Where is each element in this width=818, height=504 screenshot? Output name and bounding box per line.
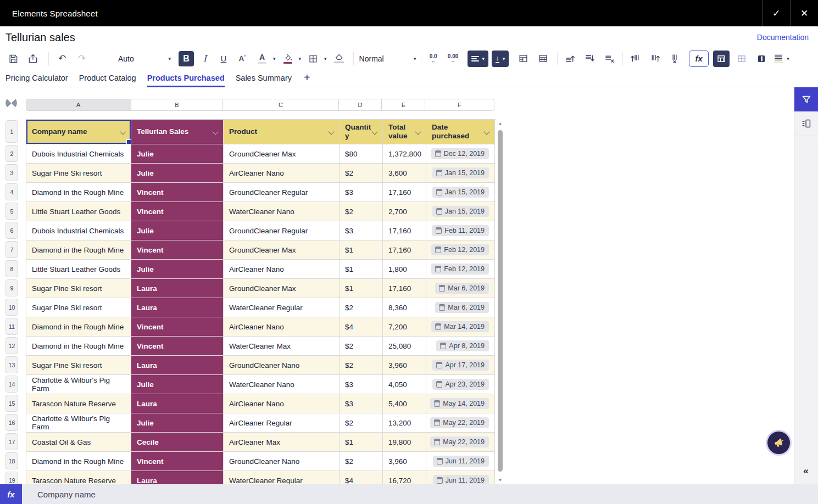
- underline-button[interactable]: U: [216, 51, 231, 66]
- unmerge-cells-button[interactable]: [535, 51, 550, 66]
- documentation-link[interactable]: Documentation: [757, 33, 809, 42]
- cell-salesperson[interactable]: Julie: [131, 413, 224, 433]
- cell-quantity[interactable]: $1: [340, 279, 383, 298]
- cell-total[interactable]: 17,160: [383, 240, 426, 260]
- cell-product[interactable]: WaterCleaner Nano: [224, 202, 340, 221]
- cell-company[interactable]: Tarascon Nature Reserve: [26, 394, 131, 413]
- cell-company[interactable]: Sugar Pine Ski resort: [26, 279, 131, 298]
- cell-company[interactable]: Sugar Pine Ski resort: [26, 164, 131, 183]
- cell-date[interactable]: Feb 12, 2019: [426, 260, 495, 279]
- font-color-button[interactable]: A: [254, 51, 270, 66]
- announcement-button[interactable]: [767, 432, 790, 454]
- fill-color-caret-icon[interactable]: ▾: [299, 56, 302, 61]
- insert-column-right-button[interactable]: [647, 51, 663, 66]
- cell-date[interactable]: Mar 6, 2019: [426, 298, 495, 317]
- cell-quantity[interactable]: $2: [340, 337, 383, 356]
- borders-caret-icon[interactable]: ▾: [324, 56, 327, 61]
- cell-product[interactable]: GroundCleaner Nano: [224, 452, 340, 471]
- cell-salesperson[interactable]: Laura: [131, 356, 224, 375]
- cell-salesperson[interactable]: Julie: [131, 375, 224, 394]
- cell-salesperson[interactable]: Julie: [131, 144, 224, 164]
- cell-company[interactable]: Little Stuart Leather Goods: [26, 260, 131, 279]
- filter-chevron-icon[interactable]: [328, 128, 334, 135]
- toggle-gridlines-button[interactable]: [713, 51, 730, 67]
- cell-salesperson[interactable]: Julie: [131, 260, 224, 279]
- cell-salesperson[interactable]: Vincent: [131, 337, 224, 356]
- cell-date[interactable]: Jan 15, 2019: [426, 164, 495, 183]
- column-header-f[interactable]: F: [425, 99, 494, 110]
- cell-company[interactable]: Diamond in the Rough Mine: [26, 452, 131, 471]
- cell-quantity[interactable]: $3: [340, 183, 383, 202]
- cell-date[interactable]: Jan 15, 2019: [426, 202, 495, 221]
- scroll-down-icon[interactable]: ▼: [497, 478, 504, 482]
- vertical-scrollbar[interactable]: ▲ ▼: [497, 119, 504, 484]
- column-header-c[interactable]: C: [223, 99, 339, 110]
- font-size-dropdown[interactable]: Auto ▾: [118, 54, 171, 63]
- cell-date[interactable]: Dec 12, 2019: [426, 144, 495, 164]
- cell-company[interactable]: Dubois Industrial Chemicals: [26, 144, 131, 164]
- cell-salesperson[interactable]: Laura: [131, 298, 224, 317]
- cell-total[interactable]: 16,720: [383, 471, 426, 484]
- italic-button[interactable]: I: [197, 51, 213, 66]
- cell-total[interactable]: 3,600: [383, 164, 426, 183]
- redo-button[interactable]: ↷: [74, 51, 90, 66]
- column-header-d[interactable]: D: [339, 99, 382, 110]
- row-number[interactable]: 9: [5, 279, 18, 296]
- cell-total[interactable]: 17,160: [383, 221, 426, 240]
- cell-product[interactable]: WaterCleaner Regular: [224, 298, 340, 317]
- cell-product[interactable]: GroundCleaner Regular: [224, 183, 340, 202]
- cell-quantity[interactable]: $3: [340, 221, 383, 240]
- cell-date[interactable]: Jun 11, 2019: [426, 471, 495, 484]
- freeze-column-button[interactable]: [754, 51, 769, 66]
- cell-total[interactable]: 8,360: [383, 298, 426, 317]
- row-number[interactable]: 5: [5, 203, 18, 220]
- cell-date[interactable]: Feb 12, 2019: [426, 240, 495, 260]
- cell-company[interactable]: Little Stuart Leather Goods: [26, 202, 131, 221]
- cell-total[interactable]: 4,050: [383, 375, 426, 394]
- cell-date[interactable]: Mar 6, 2019: [426, 279, 495, 298]
- insert-row-below-button[interactable]: [582, 51, 597, 66]
- cell-product[interactable]: GroundCleaner Regular: [224, 221, 340, 240]
- cell-salesperson[interactable]: Vincent: [131, 183, 224, 202]
- cell-total[interactable]: 3,960: [383, 452, 426, 471]
- filter-chevron-icon[interactable]: [483, 128, 489, 135]
- row-number[interactable]: 7: [5, 241, 18, 258]
- add-sheet-button[interactable]: +: [304, 71, 310, 84]
- cell-date[interactable]: May 22, 2019: [426, 433, 495, 452]
- column-header-a[interactable]: A: [26, 99, 131, 110]
- cell-salesperson[interactable]: Laura: [131, 279, 224, 298]
- vertical-align-dropdown[interactable]: ↓ ▾: [492, 51, 509, 67]
- row-number[interactable]: 4: [5, 183, 18, 200]
- cell-quantity[interactable]: $2: [340, 413, 383, 433]
- row-number[interactable]: 15: [5, 395, 18, 412]
- cell-total[interactable]: 25,080: [383, 337, 426, 356]
- row-number[interactable]: 14: [5, 376, 18, 393]
- cell-date[interactable]: May 14, 2019: [426, 394, 495, 413]
- close-button[interactable]: ✕: [790, 0, 818, 26]
- cell-product[interactable]: WaterCleaner Regular: [224, 471, 340, 484]
- filter-chevron-icon[interactable]: [371, 128, 377, 135]
- cell-salesperson[interactable]: Julie: [131, 221, 224, 240]
- row-number[interactable]: 16: [5, 414, 18, 431]
- cell-product[interactable]: GroundCleaner Nano: [224, 356, 340, 375]
- cell-quantity[interactable]: $3: [340, 394, 383, 413]
- header-cell-tellurian-sales[interactable]: Tellurian Sales: [131, 120, 224, 144]
- cell-date[interactable]: Feb 11, 2019: [426, 221, 495, 240]
- row-number[interactable]: 3: [5, 164, 18, 181]
- cell-quantity[interactable]: $2: [340, 164, 383, 183]
- cell-salesperson[interactable]: Laura: [131, 394, 224, 413]
- cell-total[interactable]: 17,160: [383, 183, 426, 202]
- cell-salesperson[interactable]: Vincent: [131, 452, 224, 471]
- cell-company[interactable]: Diamond in the Rough Mine: [26, 240, 131, 260]
- cell-product[interactable]: GroundCleaner Max: [224, 240, 340, 260]
- row-number[interactable]: 2: [5, 145, 18, 162]
- horizontal-align-dropdown[interactable]: ▾: [468, 51, 489, 67]
- tab-products-purchased[interactable]: Products Purchased: [147, 69, 225, 87]
- row-number[interactable]: 1: [5, 120, 18, 143]
- row-number[interactable]: 18: [5, 452, 18, 469]
- table-style-button[interactable]: [734, 51, 749, 66]
- bold-button[interactable]: B: [179, 51, 194, 66]
- row-number[interactable]: 13: [5, 356, 18, 373]
- delete-row-button[interactable]: [602, 51, 617, 66]
- cell-salesperson[interactable]: Vincent: [131, 240, 224, 260]
